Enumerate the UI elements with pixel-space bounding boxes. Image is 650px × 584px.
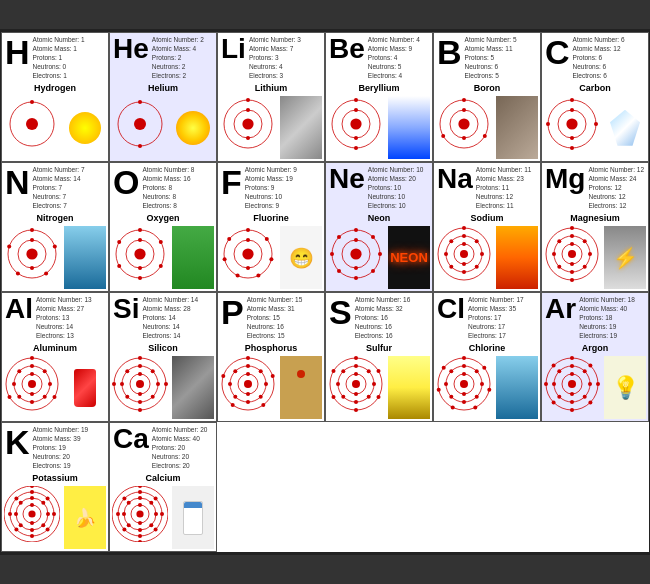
svg-point-36 [566,119,577,130]
svg-point-150 [246,372,250,376]
svg-point-107 [557,265,561,269]
svg-point-278 [138,540,142,542]
svg-point-238 [41,524,45,528]
element-name-b: Boron [434,82,540,94]
element-header-al: Al Atomic Number: 13 Atomic Mass: 27 Pro… [2,293,108,342]
element-al: Al Atomic Number: 13 Atomic Mass: 27 Pro… [1,292,109,422]
svg-point-130 [28,380,36,388]
element-image-si [172,356,214,419]
element-info-he: Atomic Number: 2 Atomic Mass: 4 Protons:… [152,35,204,80]
svg-point-57 [134,249,145,260]
svg-point-124 [12,382,16,386]
svg-point-158 [233,395,237,399]
atom-diagram-na [436,226,494,289]
svg-point-178 [336,382,340,386]
element-image-he [172,96,214,159]
element-cl: Cl Atomic Number: 17 Atomic Mass: 35 Pro… [433,292,541,422]
svg-point-59 [246,238,250,242]
svg-point-91 [462,270,466,274]
svg-point-205 [451,406,455,410]
element-name-c: Carbon [542,82,648,94]
element-symbol-ar: Ar [545,295,576,323]
svg-point-198 [444,382,448,386]
svg-point-24 [462,98,466,102]
svg-point-41 [30,228,34,232]
svg-point-74 [354,228,358,232]
element-image-p [280,356,322,419]
element-he: He Atomic Number: 2 Atomic Mass: 4 Proto… [109,32,217,162]
element-image-cl [496,356,538,419]
svg-point-159 [228,382,232,386]
element-image-f: 😁 [280,226,322,289]
svg-point-260 [149,501,153,505]
svg-point-103 [583,240,587,244]
element-header-be: Be Atomic Number: 4 Atomic Mass: 9 Proto… [326,33,432,82]
svg-point-104 [588,252,592,256]
element-info-s: Atomic Number: 16 Atomic Mass: 32 Proton… [355,295,411,340]
svg-point-69 [242,249,253,260]
svg-point-21 [462,108,466,112]
element-header-p: P Atomic Number: 15 Atomic Mass: 31 Prot… [218,293,324,342]
element-symbol-ca: Ca [113,425,149,453]
svg-point-128 [53,395,57,399]
svg-point-65 [256,274,260,278]
svg-point-174 [372,382,376,386]
element-name-cl: Chlorine [434,342,540,354]
svg-point-173 [367,370,371,374]
svg-point-32 [570,98,574,102]
svg-point-208 [460,380,468,388]
svg-point-154 [259,370,263,374]
element-image-na [496,226,538,289]
svg-point-51 [138,228,142,232]
element-image-k: 🍌 [64,486,106,549]
element-header-ca: Ca Atomic Number: 20 Atomic Mass: 40 Pro… [110,423,216,472]
svg-point-2 [26,118,38,130]
element-symbol-o: O [113,165,139,199]
svg-point-195 [475,395,479,399]
svg-point-244 [30,490,34,494]
element-c: C Atomic Number: 6 Atomic Mass: 12 Proto… [541,32,649,162]
svg-point-75 [371,235,375,239]
element-name-si: Silicon [110,342,216,354]
svg-point-26 [441,134,445,138]
svg-point-85 [462,262,466,266]
element-header-he: He Atomic Number: 2 Atomic Mass: 4 Proto… [110,33,216,82]
svg-point-68 [227,237,231,241]
element-h: H Atomic Number: 1 Atomic Mass: 1 Proton… [1,32,109,162]
svg-point-81 [337,235,341,239]
svg-point-247 [46,528,50,532]
element-symbol-k: K [5,425,30,459]
svg-point-182 [377,369,381,373]
svg-point-34 [570,146,574,150]
svg-point-55 [117,264,121,268]
atom-diagram-al [4,356,62,419]
svg-point-97 [460,250,468,258]
svg-point-84 [462,242,466,246]
element-k: K Atomic Number: 19 Atomic Mass: 39 Prot… [1,422,109,552]
svg-point-227 [552,401,556,405]
svg-point-187 [352,380,360,388]
atom-diagram-li [220,96,278,159]
atom-diagram-p [220,356,278,419]
element-si: Si Atomic Number: 14 Atomic Mass: 28 Pro… [109,292,217,422]
svg-point-39 [30,266,34,270]
svg-point-119 [43,370,47,374]
svg-point-141 [120,382,124,386]
svg-point-100 [570,262,574,266]
svg-point-148 [136,380,144,388]
svg-point-53 [159,264,163,268]
element-name-ca: Calcium [110,472,216,484]
element-symbol-si: Si [113,295,139,323]
svg-point-155 [264,382,268,386]
element-image-c [604,96,646,159]
svg-point-181 [354,356,358,360]
svg-point-44 [16,272,20,276]
svg-point-151 [246,392,250,396]
svg-point-89 [480,252,484,256]
svg-point-201 [462,356,466,360]
svg-point-254 [28,511,35,518]
svg-point-270 [160,512,164,516]
element-header-na: Na Atomic Number: 11 Atomic Mass: 23 Pro… [434,163,540,212]
svg-point-120 [48,382,52,386]
element-header-si: Si Atomic Number: 14 Atomic Mass: 28 Pro… [110,293,216,342]
